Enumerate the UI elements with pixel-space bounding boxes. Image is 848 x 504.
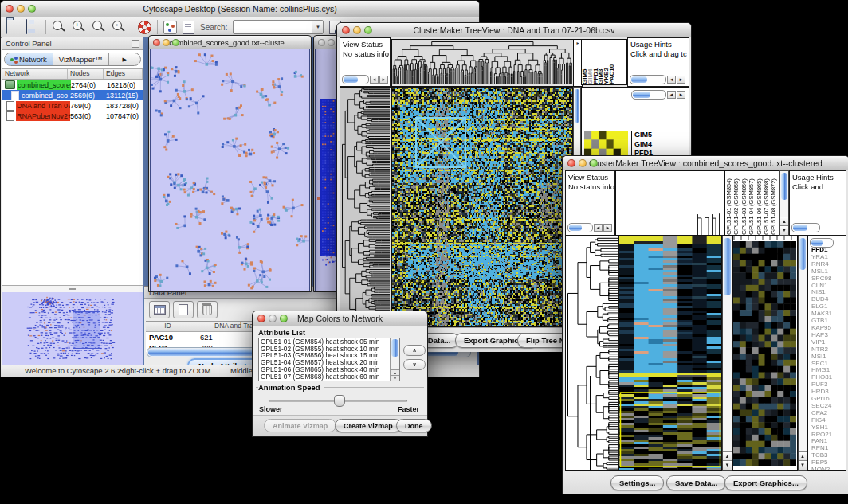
speed-slider[interactable] [269,400,407,402]
footer-button[interactable]: Export Graphics... [724,475,807,490]
close-button[interactable] [6,5,14,13]
vscrollbar[interactable]: ▲ ▼ [390,338,399,381]
open-folder-icon[interactable] [6,19,7,34]
heatmap-main[interactable] [391,87,573,327]
tab-vizmapper[interactable]: VizMapper™ [53,53,109,65]
delete-attribute-icon[interactable] [197,301,218,318]
close-button[interactable] [567,159,575,167]
scroll-left-icon[interactable]: ◄ [667,91,676,99]
gene-labels: PFD1YRA1RNR4MSL1SPC98CLN1NIS1BUD4ELG1MAK… [811,247,832,471]
close-button[interactable] [257,315,265,322]
scroll-left-icon[interactable]: ◄ [370,76,379,84]
tab-overflow-arrow[interactable]: ▶ [109,53,140,65]
search-field[interactable] [234,21,312,33]
vizmapper-icon[interactable] [163,21,177,34]
scroll-right-icon[interactable]: ► [677,76,685,84]
scroll-right-icon[interactable]: ► [603,224,612,232]
main-titlebar[interactable]: Cytoscape Desktop (Session Name: collins… [1,1,479,18]
experiment-column-labels: GPL51-01 (GSM854)GPL51-02 (GSM855)GPL51-… [724,170,779,236]
move-up-button[interactable]: ∧ [403,345,426,356]
float-panel-icon[interactable] [132,40,139,48]
hscrollbar[interactable] [567,223,593,232]
scroll-right-icon[interactable]: ► [677,91,685,99]
table-row[interactable]: DNA and Tran 07 769(0) 183728(0) [2,100,143,111]
zoom-in-icon[interactable]: + [72,20,86,34]
zoom-button[interactable] [280,315,288,322]
scroll-left-icon[interactable]: ◄ [594,224,603,232]
table-row[interactable]: combined_sco 2569(6) 13112(15) [2,90,143,100]
tab-network[interactable]: Network [5,53,53,65]
network1-titlebar[interactable]: combined_scores_good.txt--cluste... [149,36,311,49]
minimize-button[interactable] [328,39,335,46]
scroll-down-icon[interactable]: ▼ [391,375,399,381]
treeview2-titlebar[interactable]: ClusterMaker TreeView : combined_scores_… [563,156,848,171]
animation-speed-label: Animation Speed [258,383,324,392]
list-item[interactable]: GPL51-07 (GSM868) heat shock 60 min [259,373,399,381]
column-label: GPL51-01 (GSM854) [726,173,733,235]
dialog-button[interactable]: Create Vizmap [335,419,402,432]
save-icon[interactable] [26,19,27,34]
minimize-button[interactable] [163,39,170,46]
zoom-actual-icon[interactable] [92,20,106,34]
scroll-right-icon[interactable]: ► [379,76,388,84]
treeview2-footer: Settings...Save Data...Export Graphics..… [563,471,848,494]
zoom-selected-icon[interactable]: ▫ [112,20,126,34]
main-window-title: Cytoscape Desktop (Session Name: collins… [1,4,479,14]
attribute-table-icon[interactable] [149,301,170,318]
dialog-button[interactable]: Done [396,419,432,432]
toolbar-separator [157,20,158,34]
zoom-heatmap[interactable] [733,241,796,466]
table-row[interactable]: RNAPuberNov2+ 563(0) 107847(0) [2,111,143,121]
minimize-button[interactable] [353,26,361,34]
zoom-button[interactable] [172,39,179,46]
move-down-button[interactable]: ∨ [403,359,426,370]
column-label: GIM4 [587,41,593,84]
zoom-button[interactable] [590,159,598,167]
dialog-button[interactable]: Animate Vizmap [264,419,336,432]
vscrollbar[interactable]: ▲ ▼ [779,170,789,236]
zoom-out-icon[interactable]: − [52,20,66,34]
dialog-titlebar[interactable]: Map Colors to Network [253,311,427,326]
network-file-icon [6,111,14,121]
row-dendrogram[interactable] [340,87,392,329]
search-input[interactable]: ▼ [233,20,324,34]
matrix-column-labels: GIM5GIM4PFD1GIM3YKE2PAC10 [581,39,627,85]
zoom-button[interactable] [28,5,36,13]
hscrollbar[interactable] [631,90,666,100]
heatmap-main[interactable] [618,236,722,471]
annotation-icon[interactable] [183,21,194,34]
footer-button[interactable]: Settings... [610,475,664,490]
hscrollbar[interactable] [342,75,369,84]
faster-label: Faster [398,405,419,413]
vscrollbar[interactable]: ▲ ▼ [798,236,807,471]
network1-canvas[interactable] [150,49,310,291]
vscrollbar[interactable]: ▲ ▼ [722,236,732,471]
new-attribute-icon[interactable] [173,301,194,318]
minimize-button[interactable] [269,315,277,322]
attribute-listbox[interactable]: GPL51-01 (GSM854) heat shock 05 minGPL51… [258,338,400,381]
minimize-button[interactable] [579,159,587,167]
chevron-down-icon[interactable]: ▼ [312,21,323,33]
network-icon [10,58,14,61]
footer-button[interactable]: Save Data... [666,475,726,490]
column-label: GPL51-04 (GSM857) [748,173,756,235]
zoom-button[interactable] [364,26,372,34]
column-label: YKE2 [603,41,609,84]
slider-thumb[interactable] [334,395,345,407]
hscrollbar[interactable] [791,223,820,232]
hscrollbar[interactable] [630,75,666,84]
column-dendrogram[interactable] [391,39,575,87]
close-button[interactable] [153,39,160,46]
network-table-header: Network Nodes Edges [2,68,143,80]
column-dendrogram[interactable] [615,170,724,236]
help-ring-icon[interactable] [138,21,151,34]
scroll-left-icon[interactable]: ◄ [667,76,676,84]
close-button[interactable] [318,39,325,46]
minimize-button[interactable] [17,5,25,13]
row-dendrogram[interactable] [565,236,618,471]
table-row[interactable]: combined_scores_ 2764(0) 16218(0) [2,80,143,90]
close-button[interactable] [342,26,350,34]
treeview1-titlebar[interactable]: ClusterMaker TreeView : DNA and Tran 07-… [337,23,691,38]
birdseye-view[interactable] [2,285,143,365]
scroll-up-icon[interactable]: ▲ [391,369,399,375]
